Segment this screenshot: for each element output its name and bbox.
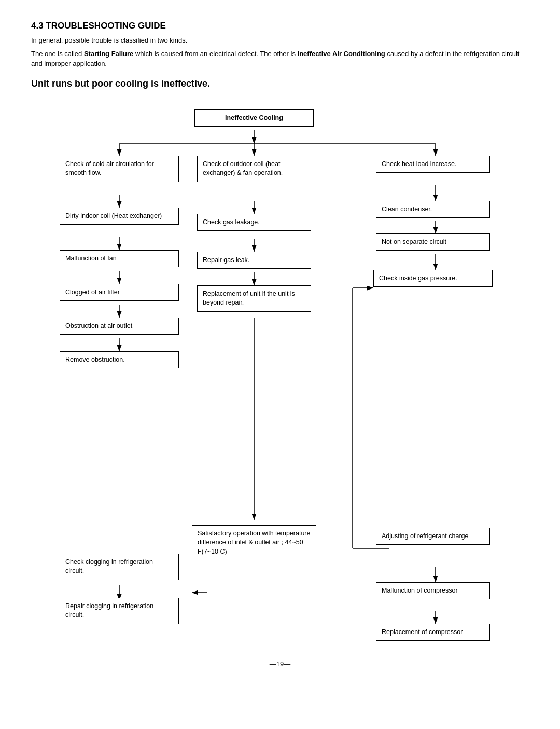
box-right-1: Check heat load increase. bbox=[376, 156, 490, 173]
box-left-5: Obstruction at air outlet bbox=[60, 318, 179, 335]
intro-line1: In general, possible trouble is classifi… bbox=[31, 35, 529, 46]
intro-mid: which is caused from an electrical defec… bbox=[133, 50, 297, 58]
box-mid-3: Repair gas leak. bbox=[197, 252, 311, 269]
intro-line2: The one is called Starting Failure which… bbox=[31, 49, 529, 69]
box-left-1: Check of cold air circulation for smooth… bbox=[60, 156, 179, 182]
box-left-7: Check clogging in refrigeration circuit. bbox=[60, 554, 179, 580]
box-left-8: Repair clogging in refrigeration circuit… bbox=[60, 598, 179, 624]
box-right-3: Not on separate circuit bbox=[376, 233, 490, 251]
box-mid-1: Check of outdoor coil (heat exchanger) &… bbox=[197, 156, 311, 182]
box-left-6: Remove obstruction. bbox=[60, 351, 179, 369]
box-mid-4: Replacement of unit if the unit is beyon… bbox=[197, 285, 311, 312]
box-right-7: Replacement of compressor bbox=[376, 624, 490, 641]
box-ineffective-cooling: Ineffective Cooling bbox=[194, 109, 314, 128]
box-left-4: Clogged of air filter bbox=[60, 284, 179, 301]
intro-plain1: The one is called bbox=[31, 50, 84, 58]
box-left-2: Dirty indoor coil (Heat exchanger) bbox=[60, 208, 179, 225]
subtitle: Unit runs but poor cooling is ineffectiv… bbox=[31, 78, 529, 89]
intro-bold2: Ineffective Air Conditioning bbox=[298, 50, 385, 58]
box-left-3: Malfunction of fan bbox=[60, 250, 179, 268]
box-mid-2: Check gas leakage. bbox=[197, 214, 311, 231]
flowchart: Ineffective Cooling Check of cold air ci… bbox=[31, 100, 529, 644]
section-heading: 4.3 TROUBLESHOOTING GUIDE bbox=[31, 21, 529, 31]
intro-bold1: Starting Failure bbox=[84, 50, 133, 58]
box-right-5: Adjusting of refrigerant charge bbox=[376, 528, 490, 545]
box-right-4: Check inside gas pressure. bbox=[373, 270, 493, 287]
box-mid-5: Satisfactory operation with temperature … bbox=[192, 525, 316, 561]
box-right-6: Malfunction of compressor bbox=[376, 582, 490, 600]
box-right-2: Clean condenser. bbox=[376, 201, 490, 218]
page-number: —19— bbox=[31, 660, 529, 668]
